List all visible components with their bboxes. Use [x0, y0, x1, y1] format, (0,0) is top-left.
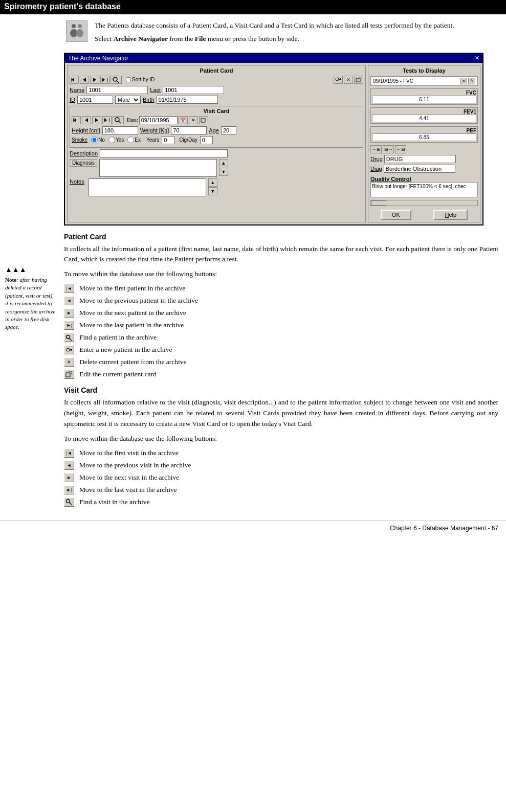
description-input[interactable] [100, 149, 228, 157]
diag-label: Diag [370, 166, 382, 172]
name-label: Name [70, 87, 84, 93]
list-item: ►| Move to the last visit in the archive [64, 485, 498, 494]
smoke-ex-option[interactable]: Ex [127, 137, 141, 143]
patient-delete-btn[interactable]: ✕ [344, 76, 353, 84]
sort-by-id-checkbox[interactable] [126, 77, 131, 82]
file-menu-ref: File [195, 35, 206, 42]
visit-date-input[interactable] [139, 116, 178, 124]
test-delete-btn[interactable]: ✕ [460, 78, 467, 84]
navigator-window: The Archive Navigator ✕ Patient Card [64, 53, 483, 225]
svg-point-33 [67, 500, 70, 503]
diag-input[interactable] [384, 165, 455, 173]
patient-next-btn[interactable] [90, 76, 99, 84]
people-icon [66, 20, 87, 42]
drug-input[interactable] [384, 155, 456, 163]
diag-scroll-up[interactable]: ▲ [219, 159, 228, 167]
age-input[interactable] [221, 126, 236, 134]
ok-button[interactable]: OK [381, 210, 411, 220]
help-button[interactable]: Help [433, 210, 468, 220]
window-close-icon[interactable]: ✕ [475, 55, 479, 61]
note-bold: Note [5, 277, 16, 283]
svg-point-28 [67, 348, 70, 351]
quality-scrollbar[interactable] [370, 200, 478, 206]
visit-edit-btn[interactable] [199, 116, 208, 124]
scrollbar-thumb[interactable] [371, 200, 386, 206]
svg-marker-16 [359, 77, 361, 79]
svg-line-27 [70, 339, 72, 341]
visit-delete-btn[interactable]: ✕ [189, 116, 198, 124]
id-input[interactable] [77, 96, 113, 104]
patient-prev-btn[interactable] [80, 76, 89, 84]
quality-title: Quality Control [370, 176, 478, 182]
prev-patient-icon: ◄ [64, 296, 74, 305]
smoke-no-option[interactable]: No [91, 137, 105, 143]
svg-marker-6 [83, 78, 86, 82]
cig-input[interactable] [200, 136, 213, 144]
smoke-no-radio[interactable] [91, 137, 98, 143]
test-item[interactable]: 09/10/1995 - FVC ✕ ✎ [370, 76, 478, 86]
visit-find-btn[interactable] [113, 116, 124, 124]
intro-p2: Select Archive Navigator from the File m… [95, 34, 498, 44]
intro-section: The Patients database consists of a Pati… [64, 20, 498, 48]
visit-first-btn[interactable] [72, 116, 81, 124]
patient-card-section-title: Patient Card [64, 233, 498, 241]
patient-last-btn[interactable] [100, 76, 109, 84]
list-item: ► Move to the next patient in the archiv… [64, 308, 498, 318]
weight-label: Weight [Kg] [140, 127, 169, 133]
notes-label: Notes [70, 178, 84, 185]
visit-prev-btn[interactable] [82, 116, 91, 124]
diag-scroll-down[interactable]: ▼ [219, 168, 228, 176]
smoke-label: Smoke [72, 137, 87, 143]
visit-cal-btn[interactable]: 📅 [179, 116, 188, 124]
test-nav-3[interactable]: ←⊞ [395, 145, 406, 153]
patient-find-btn[interactable] [111, 76, 122, 84]
name-input[interactable] [86, 86, 148, 94]
test-item-label: 09/10/1995 - FVC [373, 78, 413, 84]
patient-add-btn[interactable] [334, 76, 343, 84]
patient-card-body: It collects all the information of a pat… [64, 244, 498, 265]
last-input[interactable] [163, 86, 224, 94]
description-section: Description [70, 149, 363, 157]
last-label: Last [150, 87, 161, 93]
height-input[interactable] [102, 126, 138, 134]
smoke-yes-radio[interactable] [108, 137, 115, 143]
list-item: Edit the current patient card [64, 370, 498, 379]
weight-input[interactable] [171, 126, 207, 134]
sort-by-id-label[interactable]: Sort by ID [126, 77, 155, 82]
find-patient-icon [64, 333, 74, 342]
svg-marker-17 [74, 118, 76, 122]
tests-panel: Tests to Display 09/10/1995 - FVC ✕ ✎ FV… [368, 65, 480, 222]
notes-scroll-down[interactable]: ▼ [208, 187, 217, 195]
test-nav-2[interactable]: ⊞→ [383, 145, 394, 153]
description-label: Description [70, 150, 98, 156]
height-row: Height [cm] Weight [Kg] Age [72, 126, 361, 134]
list-item: ◄ Move to the previous visit in the arch… [64, 461, 498, 470]
test-nav-1[interactable]: →⊞ [370, 145, 382, 153]
diagnosis-button[interactable]: Diagnosis [70, 159, 97, 167]
test-edit-btn[interactable]: ✎ [468, 78, 475, 84]
years-input[interactable] [162, 136, 174, 144]
list-item: Find a patient in the archive [64, 333, 498, 342]
svg-marker-19 [85, 118, 88, 122]
list-item: ► Move to the next visit in the archive [64, 473, 498, 482]
sort-by-id-text: Sort by ID [132, 77, 155, 82]
note-section: ▲▲▲ Note: after having deleted a record … [5, 266, 56, 331]
patient-first-btn[interactable] [70, 76, 79, 84]
gender-select[interactable]: Male Female [115, 96, 141, 104]
note-arrows: ▲▲▲ [5, 266, 56, 274]
visit-last-btn[interactable] [102, 116, 112, 124]
intro-text: The Patients database consists of a Pati… [95, 20, 498, 48]
diagnosis-textarea[interactable] [99, 159, 217, 177]
date-label-text: Date: [127, 117, 138, 123]
prev-visit-icon: ◄ [64, 461, 74, 470]
notes-textarea[interactable] [89, 178, 206, 196]
left-margin: ▲▲▲ Note: after having deleted a record … [0, 20, 61, 510]
notes-scroll-up[interactable]: ▲ [208, 178, 217, 187]
smoke-ex-radio[interactable] [127, 137, 134, 143]
list-item: |◄ Move to the first visit in the archiv… [64, 448, 498, 458]
birth-input[interactable] [157, 96, 218, 104]
patient-edit-btn[interactable] [354, 76, 363, 84]
height-label: Height [cm] [72, 127, 100, 133]
smoke-yes-option[interactable]: Yes [108, 137, 124, 143]
visit-next-btn[interactable] [92, 116, 101, 124]
